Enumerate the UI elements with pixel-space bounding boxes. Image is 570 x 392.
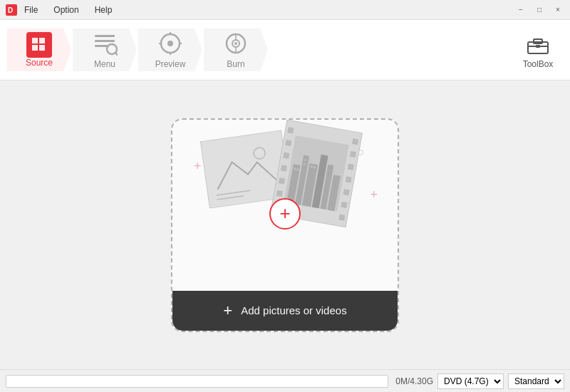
menu-file[interactable]: File — [21, 4, 41, 16]
maximize-button[interactable]: □ — [533, 4, 546, 16]
add-plus-icon: + — [223, 301, 232, 320]
source-icon — [26, 32, 52, 58]
tab-source[interactable]: Source — [7, 29, 71, 71]
standard-select[interactable]: Standard — [508, 373, 564, 389]
tab-burn[interactable]: Burn — [204, 29, 268, 71]
burn-icon — [223, 31, 249, 59]
svg-rect-4 — [32, 45, 38, 51]
toolbox-icon — [525, 31, 551, 56]
preview-tab-label: Preview — [155, 59, 186, 69]
close-button[interactable]: × — [551, 4, 564, 16]
svg-rect-3 — [39, 38, 45, 43]
source-tab-label: Source — [26, 58, 53, 68]
app-icon: D — [6, 4, 17, 16]
statusbar-right: 0M/4.30G DVD (4.7G) Standard — [395, 373, 564, 389]
svg-point-12 — [167, 41, 173, 46]
deco-plus-1: + — [194, 159, 202, 174]
svg-rect-25 — [536, 45, 540, 48]
svg-rect-6 — [95, 35, 115, 37]
menu-bar: File Option Help — [21, 4, 115, 16]
menu-help[interactable]: Help — [92, 4, 115, 16]
tab-menu[interactable]: Menu — [73, 29, 137, 71]
add-media-button[interactable]: + Add pictures or videos — [172, 291, 398, 331]
minimize-button[interactable]: − — [514, 4, 527, 16]
menu-option[interactable]: Option — [51, 4, 81, 16]
titlebar: D File Option Help − □ × — [0, 0, 570, 20]
add-label: Add pictures or videos — [241, 304, 346, 316]
svg-point-19 — [234, 42, 237, 45]
disc-type-select[interactable]: DVD (4.7G) — [437, 373, 504, 389]
menu-tab-label: Menu — [94, 59, 115, 69]
toolbox-label: ToolBox — [523, 59, 554, 69]
menu-icon — [92, 31, 118, 59]
preview-icon — [157, 31, 183, 59]
svg-rect-5 — [39, 45, 45, 51]
toolbar: Source Menu — [0, 20, 570, 81]
svg-line-10 — [115, 53, 118, 55]
add-plus-circle: + — [269, 198, 301, 229]
svg-rect-7 — [95, 40, 115, 42]
window-controls: − □ × — [514, 4, 564, 16]
progress-bar — [6, 375, 388, 388]
dropzone-illustration: + + — [172, 120, 398, 291]
svg-rect-2 — [32, 38, 38, 43]
deco-plus-2: + — [370, 187, 378, 202]
svg-text:D: D — [8, 6, 13, 14]
dropzone[interactable]: + + — [171, 118, 399, 332]
statusbar: 0M/4.30G DVD (4.7G) Standard — [0, 369, 570, 392]
tab-preview[interactable]: Preview — [138, 29, 202, 71]
toolbox-button[interactable]: ToolBox — [513, 24, 563, 77]
size-info: 0M/4.30G — [395, 376, 433, 386]
burn-tab-label: Burn — [227, 59, 244, 69]
main-content: + + — [0, 81, 570, 369]
